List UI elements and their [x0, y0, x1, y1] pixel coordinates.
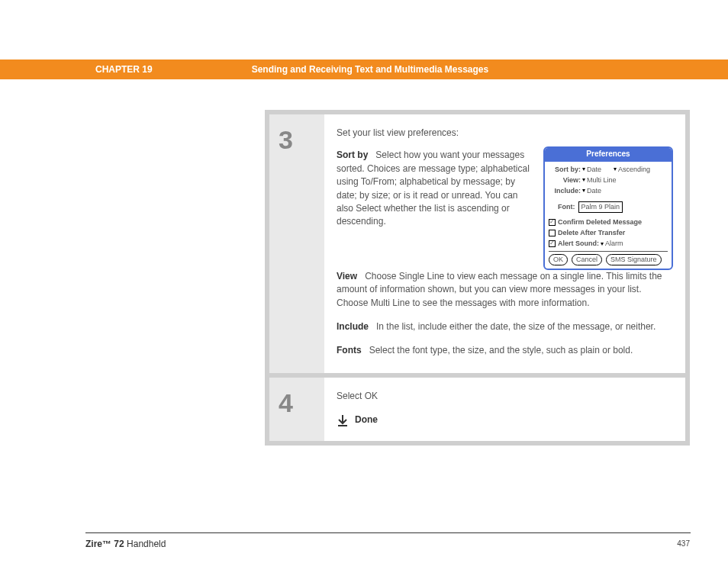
- dropdown-arrow-icon[interactable]: ▾: [614, 165, 617, 174]
- cancel-button[interactable]: Cancel: [572, 254, 602, 265]
- prefs-font-row: Font: Palm 9 Plain: [549, 201, 668, 213]
- prefs-alert-row[interactable]: ✓ Alert Sound: ▾ Alarm: [549, 239, 668, 249]
- step-body: Set your list view preferences: Sort by …: [324, 114, 685, 373]
- prefs-delete-label: Delete After Transfer: [558, 228, 625, 238]
- step-intro: Set your list view preferences:: [337, 127, 533, 140]
- prefs-alert-value[interactable]: Alarm: [605, 239, 623, 249]
- checkbox-unchecked-icon[interactable]: [549, 230, 556, 236]
- view-text: Choose Single Line to view each message …: [337, 271, 662, 308]
- dropdown-arrow-icon[interactable]: ▾: [582, 165, 585, 174]
- done-row: Done: [337, 413, 673, 426]
- step-3: 3 Set your list view preferences: Sort b…: [269, 114, 685, 373]
- checkbox-checked-icon[interactable]: ✓: [549, 219, 556, 226]
- step-4: 4 Select OK Done: [269, 378, 685, 441]
- fonts-text: Select the font type, the size, and the …: [369, 345, 633, 355]
- prefs-sortby-row: Sort by: ▾ Date ▾ Ascending: [549, 165, 668, 175]
- fonts-label: Fonts: [337, 345, 362, 355]
- done-arrow-icon: [337, 414, 349, 426]
- include-paragraph: Include In the list, include either the …: [337, 320, 673, 333]
- prefs-sortby-value[interactable]: Date: [587, 165, 601, 175]
- chapter-title: Sending and Receiving Text and Multimedi…: [252, 64, 489, 75]
- prefs-font-value[interactable]: Palm 9 Plain: [578, 201, 623, 213]
- chapter-header: CHAPTER 19 Sending and Receiving Text an…: [0, 60, 728, 79]
- view-paragraph: View Choose Single Line to view each mes…: [337, 270, 673, 310]
- ok-button[interactable]: OK: [549, 254, 568, 265]
- footer-product: Zire™ 72 Handheld: [85, 539, 166, 549]
- step-number: 4: [269, 378, 324, 441]
- prefs-view-label: View:: [549, 175, 581, 185]
- prefs-delete-row[interactable]: Delete After Transfer: [549, 228, 668, 238]
- chapter-label: CHAPTER 19: [95, 64, 153, 75]
- footer-divider: [85, 532, 691, 533]
- sortby-paragraph: Sort by Select how you want your message…: [337, 149, 533, 228]
- sms-signature-button[interactable]: SMS Signature: [606, 254, 662, 265]
- checkbox-checked-icon[interactable]: ✓: [549, 240, 556, 247]
- view-label: View: [337, 271, 357, 282]
- step-4-text: Select OK: [337, 390, 673, 403]
- step-number: 3: [269, 114, 324, 373]
- prefs-order-value[interactable]: Ascending: [618, 165, 650, 175]
- include-text: In the list, include either the date, th…: [376, 321, 656, 332]
- prefs-sortby-label: Sort by:: [549, 165, 581, 175]
- footer-brand: Zire™ 72: [85, 539, 124, 549]
- done-label: Done: [355, 413, 378, 426]
- prefs-button-row: OK Cancel SMS Signature: [549, 251, 668, 265]
- page-number: 437: [677, 539, 690, 548]
- prefs-alert-label: Alert Sound:: [558, 239, 599, 249]
- include-label: Include: [337, 321, 369, 332]
- prefs-view-row: View: ▾ Multi Line: [549, 175, 668, 185]
- prefs-confirm-row[interactable]: ✓ Confirm Deleted Message: [549, 217, 668, 227]
- prefs-view-value[interactable]: Multi Line: [587, 175, 617, 185]
- step-body: Select OK Done: [324, 378, 685, 441]
- prefs-confirm-label: Confirm Deleted Message: [558, 217, 642, 227]
- prefs-title: Preferences: [545, 148, 672, 162]
- prefs-include-value[interactable]: Date: [587, 186, 601, 196]
- instruction-panel: 3 Set your list view preferences: Sort b…: [265, 110, 690, 446]
- dropdown-arrow-icon[interactable]: ▾: [582, 186, 585, 195]
- prefs-include-row: Include: ▾ Date: [549, 186, 668, 196]
- sortby-text: Select how you want your messages sorted…: [337, 150, 530, 227]
- preferences-dialog: Preferences Sort by: ▾ Date ▾ Ascending: [543, 146, 673, 270]
- footer-model: Handheld: [127, 539, 166, 549]
- dropdown-arrow-icon[interactable]: ▾: [582, 175, 585, 185]
- prefs-include-label: Include:: [549, 186, 581, 196]
- fonts-paragraph: Fonts Select the font type, the size, an…: [337, 344, 673, 357]
- sortby-label: Sort by: [337, 150, 368, 160]
- dropdown-arrow-icon[interactable]: ▾: [601, 240, 604, 249]
- prefs-font-label: Font:: [558, 202, 575, 212]
